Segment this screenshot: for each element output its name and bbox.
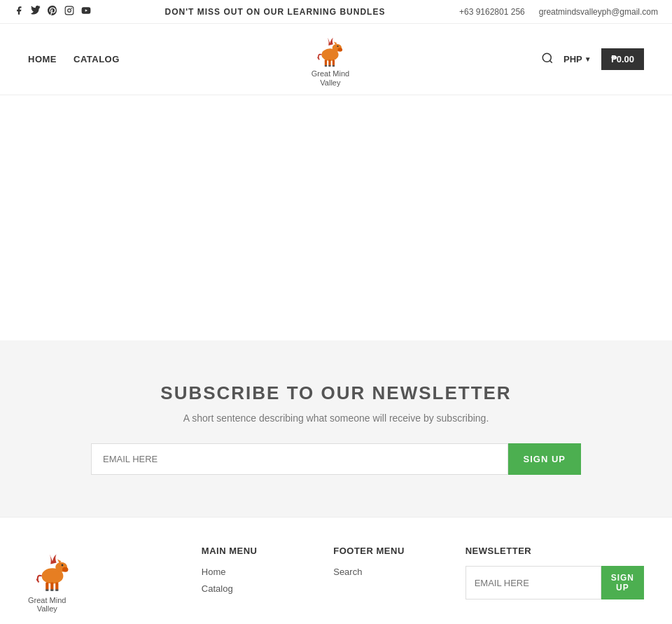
svg-rect-8 [325, 60, 327, 66]
footer-newsletter-email-input[interactable] [465, 566, 601, 599]
newsletter-section: SUBSCRIBE TO OUR NEWSLETTER A short sent… [0, 340, 672, 517]
main-nav: HOME CATALOG [28, 54, 120, 64]
nav-home[interactable]: HOME [28, 54, 57, 64]
svg-rect-12 [329, 65, 331, 67]
footer-menu-list: Search [333, 566, 437, 577]
facebook-icon[interactable] [14, 6, 24, 18]
promo-text: DON'T MISS OUT ON OUR LEARNING BUNDLES [165, 7, 386, 17]
footer-newsletter-form: SIGN UP [465, 566, 644, 599]
svg-point-18 [62, 567, 68, 572]
header-right: PHP ▼ ₱0.00 [541, 48, 644, 70]
svg-rect-9 [329, 60, 331, 66]
pinterest-icon[interactable] [48, 6, 57, 18]
footer-main-menu-list: Home Catalog [202, 566, 305, 594]
newsletter-email-input[interactable] [91, 443, 508, 475]
chevron-down-icon: ▼ [584, 55, 592, 63]
cart-button[interactable]: ₱0.00 [601, 48, 644, 70]
nav-catalog[interactable]: CATALOG [74, 54, 120, 64]
svg-rect-13 [332, 65, 335, 67]
logo-container[interactable]: Great Mind Valley [311, 31, 349, 88]
svg-rect-11 [325, 65, 327, 67]
footer-home-link[interactable]: Home [202, 567, 226, 577]
footer-logo[interactable]: Great Mind Valley [28, 546, 174, 613]
newsletter-signup-button[interactable]: SIGN UP [508, 443, 581, 475]
footer-menu-col: FOOTER MENU Search [333, 546, 437, 624]
currency-selector[interactable]: PHP ▼ [564, 54, 592, 64]
footer-catalog-link[interactable]: Catalog [202, 583, 233, 594]
footer-main-menu-title: MAIN MENU [202, 546, 305, 556]
footer-main-menu-col: MAIN MENU Home Catalog [202, 546, 305, 624]
phone-number: +63 9162801 256 [459, 7, 525, 17]
svg-line-15 [550, 60, 552, 62]
svg-rect-10 [332, 60, 335, 66]
svg-point-5 [338, 48, 343, 52]
search-button[interactable] [541, 52, 554, 67]
youtube-icon[interactable] [81, 6, 91, 18]
announcement-bar: DON'T MISS OUT ON OUR LEARNING BUNDLES +… [0, 0, 672, 24]
newsletter-subtitle: A short sentence describing what someone… [14, 412, 658, 424]
svg-point-6 [337, 46, 339, 47]
site-header: HOME CATALOG G [0, 24, 672, 95]
footer-search-link[interactable]: Search [333, 567, 362, 577]
list-item: Search [333, 566, 437, 577]
email-address: greatmindsvalleyph@gmail.com [539, 7, 658, 17]
instagram-icon[interactable] [64, 6, 74, 18]
svg-rect-0 [65, 6, 74, 15]
svg-rect-22 [50, 583, 53, 590]
footer-top: Great Mind Valley Your best source of on… [28, 546, 644, 624]
footer-newsletter-signup-button[interactable]: SIGN UP [601, 566, 644, 599]
svg-point-2 [71, 8, 72, 9]
footer-newsletter-title: NEWSLETTER [465, 546, 644, 556]
logo-image [311, 31, 349, 69]
footer-newsletter-col: NEWSLETTER SIGN UP [465, 546, 644, 624]
svg-rect-23 [55, 583, 58, 590]
svg-point-19 [62, 564, 64, 567]
footer-logo-image [28, 546, 77, 595]
svg-rect-24 [46, 590, 48, 592]
svg-rect-25 [50, 590, 53, 592]
social-icons-top [14, 6, 91, 18]
newsletter-title: SUBSCRIBE TO OUR NEWSLETTER [14, 382, 658, 404]
footer-logo-text: Great Mind Valley [28, 596, 66, 613]
newsletter-form: SIGN UP [91, 443, 581, 475]
svg-point-1 [68, 9, 71, 13]
footer-menu-title: FOOTER MENU [333, 546, 437, 556]
footer-logo-col: Great Mind Valley Your best source of on… [28, 546, 174, 624]
logo-text: Great Mind Valley [312, 69, 349, 88]
list-item: Catalog [202, 583, 305, 594]
contact-info: +63 9162801 256 greatmindsvalleyph@gmail… [459, 7, 658, 17]
twitter-icon[interactable] [31, 6, 41, 18]
site-footer: Great Mind Valley Your best source of on… [0, 517, 672, 624]
svg-point-14 [542, 53, 551, 62]
list-item: Home [202, 566, 305, 577]
main-content [0, 95, 672, 340]
svg-rect-26 [55, 590, 58, 592]
svg-rect-21 [46, 583, 48, 590]
